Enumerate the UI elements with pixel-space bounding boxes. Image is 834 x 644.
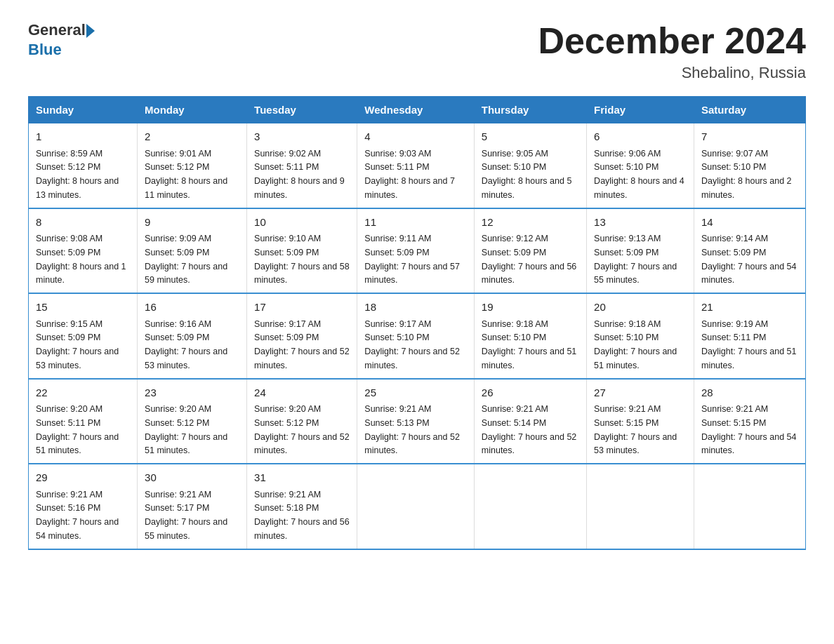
calendar-cell: 21Sunrise: 9:19 AMSunset: 5:11 PMDayligh… [694, 293, 805, 379]
calendar-cell: 15Sunrise: 9:15 AMSunset: 5:09 PMDayligh… [29, 293, 138, 379]
day-info: Sunrise: 9:21 AMSunset: 5:13 PMDaylight:… [364, 404, 460, 455]
day-number: 26 [482, 385, 579, 401]
day-info: Sunrise: 9:17 AMSunset: 5:10 PMDaylight:… [364, 319, 460, 370]
calendar-header: SundayMondayTuesdayWednesdayThursdayFrid… [29, 97, 806, 123]
day-number: 15 [36, 300, 130, 316]
day-info: Sunrise: 9:08 AMSunset: 5:09 PMDaylight:… [36, 234, 126, 285]
day-info: Sunrise: 9:20 AMSunset: 5:11 PMDaylight:… [36, 404, 119, 455]
logo-arrow-icon [86, 24, 95, 38]
day-number: 1 [36, 129, 130, 145]
day-info: Sunrise: 9:19 AMSunset: 5:11 PMDaylight:… [701, 319, 797, 370]
day-number: 4 [364, 129, 466, 145]
logo-general-text: General [28, 21, 86, 39]
title-block: December 2024 Shebalino, Russia [538, 21, 806, 82]
calendar-cell [357, 464, 474, 549]
day-number: 10 [254, 215, 350, 231]
calendar-cell: 13Sunrise: 9:13 AMSunset: 5:09 PMDayligh… [587, 208, 694, 294]
day-info: Sunrise: 9:09 AMSunset: 5:09 PMDaylight:… [145, 234, 227, 285]
calendar-cell: 16Sunrise: 9:16 AMSunset: 5:09 PMDayligh… [138, 293, 247, 379]
calendar-week-1: 1Sunrise: 8:59 AMSunset: 5:12 PMDaylight… [29, 123, 806, 208]
header-day-monday: Monday [138, 97, 247, 123]
header-day-sunday: Sunday [29, 97, 138, 123]
calendar-week-4: 22Sunrise: 9:20 AMSunset: 5:11 PMDayligh… [29, 379, 806, 464]
calendar-week-3: 15Sunrise: 9:15 AMSunset: 5:09 PMDayligh… [29, 293, 806, 379]
day-number: 22 [36, 385, 130, 401]
day-number: 6 [594, 129, 687, 145]
day-info: Sunrise: 9:21 AMSunset: 5:18 PMDaylight:… [254, 490, 350, 541]
calendar-cell: 31Sunrise: 9:21 AMSunset: 5:18 PMDayligh… [247, 464, 357, 549]
day-info: Sunrise: 9:12 AMSunset: 5:09 PMDaylight:… [482, 234, 577, 285]
calendar-cell: 11Sunrise: 9:11 AMSunset: 5:09 PMDayligh… [357, 208, 474, 294]
header-day-friday: Friday [587, 97, 694, 123]
header-day-tuesday: Tuesday [247, 97, 357, 123]
calendar-cell: 29Sunrise: 9:21 AMSunset: 5:16 PMDayligh… [29, 464, 138, 549]
day-number: 9 [145, 215, 239, 231]
day-number: 29 [36, 470, 130, 486]
day-info: Sunrise: 9:21 AMSunset: 5:15 PMDaylight:… [701, 404, 797, 455]
day-number: 3 [254, 129, 350, 145]
calendar-cell: 5Sunrise: 9:05 AMSunset: 5:10 PMDaylight… [474, 123, 586, 208]
calendar-cell: 22Sunrise: 9:20 AMSunset: 5:11 PMDayligh… [29, 379, 138, 464]
calendar-cell: 23Sunrise: 9:20 AMSunset: 5:12 PMDayligh… [138, 379, 247, 464]
calendar-cell: 25Sunrise: 9:21 AMSunset: 5:13 PMDayligh… [357, 379, 474, 464]
day-info: Sunrise: 9:21 AMSunset: 5:17 PMDaylight:… [145, 490, 227, 541]
day-info: Sunrise: 9:21 AMSunset: 5:15 PMDaylight:… [594, 404, 677, 455]
day-number: 12 [482, 215, 579, 231]
day-info: Sunrise: 9:02 AMSunset: 5:11 PMDaylight:… [254, 149, 345, 200]
day-info: Sunrise: 9:14 AMSunset: 5:09 PMDaylight:… [701, 234, 797, 285]
calendar-cell [694, 464, 805, 549]
day-number: 2 [145, 129, 239, 145]
day-info: Sunrise: 9:21 AMSunset: 5:14 PMDaylight:… [482, 404, 577, 455]
day-info: Sunrise: 9:07 AMSunset: 5:10 PMDaylight:… [701, 149, 792, 200]
calendar-cell: 7Sunrise: 9:07 AMSunset: 5:10 PMDaylight… [694, 123, 805, 208]
day-info: Sunrise: 9:13 AMSunset: 5:09 PMDaylight:… [594, 234, 677, 285]
day-number: 19 [482, 300, 579, 316]
day-number: 30 [145, 470, 239, 486]
calendar-cell: 26Sunrise: 9:21 AMSunset: 5:14 PMDayligh… [474, 379, 586, 464]
calendar-cell: 12Sunrise: 9:12 AMSunset: 5:09 PMDayligh… [474, 208, 586, 294]
calendar-cell: 20Sunrise: 9:18 AMSunset: 5:10 PMDayligh… [587, 293, 694, 379]
calendar-cell: 8Sunrise: 9:08 AMSunset: 5:09 PMDaylight… [29, 208, 138, 294]
calendar-cell: 17Sunrise: 9:17 AMSunset: 5:09 PMDayligh… [247, 293, 357, 379]
header-day-wednesday: Wednesday [357, 97, 474, 123]
calendar-cell: 3Sunrise: 9:02 AMSunset: 5:11 PMDaylight… [247, 123, 357, 208]
day-info: Sunrise: 8:59 AMSunset: 5:12 PMDaylight:… [36, 149, 119, 200]
day-info: Sunrise: 9:20 AMSunset: 5:12 PMDaylight:… [145, 404, 227, 455]
day-info: Sunrise: 9:17 AMSunset: 5:09 PMDaylight:… [254, 319, 350, 370]
calendar-cell: 1Sunrise: 8:59 AMSunset: 5:12 PMDaylight… [29, 123, 138, 208]
day-info: Sunrise: 9:06 AMSunset: 5:10 PMDaylight:… [594, 149, 684, 200]
calendar-cell: 19Sunrise: 9:18 AMSunset: 5:10 PMDayligh… [474, 293, 586, 379]
day-number: 21 [701, 300, 798, 316]
day-number: 27 [594, 385, 687, 401]
logo-blue-text: Blue [28, 41, 62, 59]
calendar-cell [587, 464, 694, 549]
calendar-cell: 4Sunrise: 9:03 AMSunset: 5:11 PMDaylight… [357, 123, 474, 208]
calendar-subtitle: Shebalino, Russia [538, 64, 806, 82]
day-info: Sunrise: 9:20 AMSunset: 5:12 PMDaylight:… [254, 404, 350, 455]
day-number: 31 [254, 470, 350, 486]
header-row: SundayMondayTuesdayWednesdayThursdayFrid… [29, 97, 806, 123]
day-number: 11 [364, 215, 466, 231]
calendar-cell: 14Sunrise: 9:14 AMSunset: 5:09 PMDayligh… [694, 208, 805, 294]
calendar-cell: 27Sunrise: 9:21 AMSunset: 5:15 PMDayligh… [587, 379, 694, 464]
day-number: 8 [36, 215, 130, 231]
day-info: Sunrise: 9:03 AMSunset: 5:11 PMDaylight:… [364, 149, 455, 200]
day-number: 18 [364, 300, 466, 316]
day-info: Sunrise: 9:15 AMSunset: 5:09 PMDaylight:… [36, 319, 119, 370]
day-number: 23 [145, 385, 239, 401]
calendar-cell: 9Sunrise: 9:09 AMSunset: 5:09 PMDaylight… [138, 208, 247, 294]
day-info: Sunrise: 9:18 AMSunset: 5:10 PMDaylight:… [594, 319, 677, 370]
calendar-title: December 2024 [538, 21, 806, 61]
calendar-cell: 2Sunrise: 9:01 AMSunset: 5:12 PMDaylight… [138, 123, 247, 208]
day-info: Sunrise: 9:11 AMSunset: 5:09 PMDaylight:… [364, 234, 460, 285]
header-day-thursday: Thursday [474, 97, 586, 123]
calendar-week-2: 8Sunrise: 9:08 AMSunset: 5:09 PMDaylight… [29, 208, 806, 294]
day-info: Sunrise: 9:01 AMSunset: 5:12 PMDaylight:… [145, 149, 227, 200]
calendar-cell: 24Sunrise: 9:20 AMSunset: 5:12 PMDayligh… [247, 379, 357, 464]
day-info: Sunrise: 9:10 AMSunset: 5:09 PMDaylight:… [254, 234, 350, 285]
day-number: 14 [701, 215, 798, 231]
day-number: 25 [364, 385, 466, 401]
calendar-cell: 6Sunrise: 9:06 AMSunset: 5:10 PMDaylight… [587, 123, 694, 208]
calendar-cell: 10Sunrise: 9:10 AMSunset: 5:09 PMDayligh… [247, 208, 357, 294]
day-number: 7 [701, 129, 798, 145]
